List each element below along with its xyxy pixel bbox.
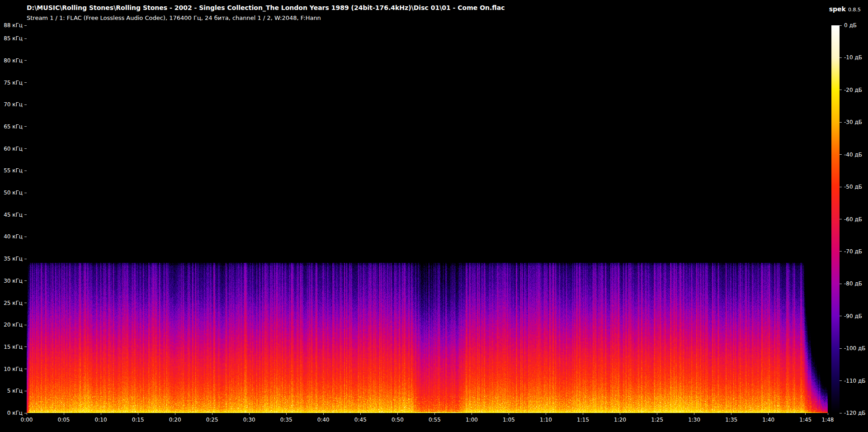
time-tick <box>546 413 546 415</box>
db-tick-label: -90 дБ <box>844 313 862 319</box>
time-tick <box>27 413 27 415</box>
time-tick-label: 0:05 <box>52 417 75 423</box>
time-tick <box>101 413 101 415</box>
time-tick-label: 1:25 <box>646 417 669 423</box>
freq-tick-label: 70 кГц <box>1 101 23 108</box>
freq-tick-label: 50 кГц <box>1 190 23 196</box>
freq-tick-label: 40 кГц <box>1 233 23 240</box>
time-tick-label: 0:20 <box>164 417 186 423</box>
freq-tick <box>24 25 27 26</box>
stream-info-line: Stream 1 / 1: FLAC (Free Lossless Audio … <box>27 14 321 21</box>
freq-tick <box>24 104 27 105</box>
time-tick-label: 1:45 <box>794 417 817 423</box>
frequency-axis: 88 кГц85 кГц80 кГц75 кГц70 кГц65 кГц60 к… <box>0 25 27 413</box>
time-tick <box>249 413 250 415</box>
time-tick-label: 0:40 <box>312 417 335 423</box>
db-tick-label: -110 дБ <box>844 378 866 384</box>
time-tick <box>434 413 435 415</box>
freq-tick-label: 10 кГц <box>1 366 23 372</box>
freq-tick-label: 85 кГц <box>1 35 23 42</box>
freq-tick <box>24 259 27 259</box>
time-tick <box>472 413 472 415</box>
db-tick <box>840 90 842 90</box>
time-tick-label: 0:30 <box>238 417 260 423</box>
freq-tick <box>24 325 27 325</box>
db-tick-label: -80 дБ <box>844 280 862 287</box>
db-tick <box>840 219 842 219</box>
time-tick <box>175 413 175 415</box>
db-tick <box>840 284 842 284</box>
db-tick <box>840 380 842 381</box>
time-tick <box>583 413 583 415</box>
time-tick-label: 1:15 <box>572 417 594 423</box>
time-tick <box>138 413 138 415</box>
freq-tick-label: 35 кГц <box>1 256 23 262</box>
time-tick <box>323 413 324 415</box>
freq-tick-label: 15 кГц <box>1 344 23 350</box>
db-tick <box>840 251 842 252</box>
time-axis: 0:000:050:100:150:200:250:300:350:400:45… <box>27 413 828 430</box>
db-tick-label: -50 дБ <box>844 184 862 190</box>
freq-tick <box>24 193 27 193</box>
freq-tick-label: 20 кГц <box>1 322 23 328</box>
freq-tick <box>24 303 27 303</box>
time-tick-label: 0:45 <box>349 417 372 423</box>
time-tick-label: 1:10 <box>535 417 557 423</box>
freq-tick-label: 45 кГц <box>1 212 23 218</box>
freq-tick <box>24 391 27 391</box>
db-tick-label: 0 дБ <box>844 22 857 28</box>
db-tick <box>840 413 842 413</box>
freq-tick <box>24 60 27 61</box>
time-tick <box>657 413 657 415</box>
time-tick <box>64 413 64 415</box>
time-tick <box>805 413 806 415</box>
db-tick-label: -60 дБ <box>844 216 862 223</box>
time-tick <box>360 413 361 415</box>
freq-tick <box>24 237 27 237</box>
time-tick-label: 1:40 <box>757 417 780 423</box>
db-tick <box>840 122 842 123</box>
time-tick <box>509 413 509 415</box>
time-tick-label: 0:10 <box>90 417 112 423</box>
db-tick-label: -120 дБ <box>844 410 866 416</box>
time-tick-label: 1:00 <box>460 417 483 423</box>
time-tick-label: 0:15 <box>127 417 149 423</box>
db-color-legend-bar <box>831 25 840 413</box>
app-brand: spek 0.8.5 <box>829 5 861 13</box>
app-version: 0.8.5 <box>848 7 861 13</box>
freq-tick <box>24 38 27 39</box>
db-tick-label: -100 дБ <box>844 345 866 351</box>
freq-tick-label: 80 кГц <box>1 57 23 64</box>
time-tick <box>731 413 731 415</box>
time-tick <box>286 413 287 415</box>
app-name: spek <box>829 5 846 13</box>
time-tick-label: 1:48 <box>816 417 839 423</box>
freq-tick <box>24 171 27 171</box>
freq-tick-label: 25 кГц <box>1 300 23 306</box>
time-tick <box>620 413 620 415</box>
spectrogram-canvas <box>27 25 828 413</box>
time-tick-label: 0:55 <box>423 417 446 423</box>
db-tick-label: -20 дБ <box>844 87 862 93</box>
freq-tick <box>24 369 27 369</box>
db-tick <box>840 348 842 349</box>
freq-tick <box>24 82 27 83</box>
freq-tick-label: 55 кГц <box>1 167 23 174</box>
time-tick <box>694 413 694 415</box>
db-tick <box>840 57 842 58</box>
db-tick-label: -40 дБ <box>844 152 862 158</box>
time-tick-label: 1:20 <box>609 417 632 423</box>
freq-tick-label: 5 кГц <box>1 388 23 394</box>
time-tick-label: 1:05 <box>497 417 520 423</box>
freq-tick-label: 60 кГц <box>1 146 23 152</box>
time-tick-label: 0:25 <box>201 417 223 423</box>
db-tick <box>840 187 842 187</box>
db-tick-label: -30 дБ <box>844 119 862 125</box>
freq-tick <box>24 214 27 215</box>
time-tick-label: 0:50 <box>386 417 409 423</box>
db-axis: 0 дБ-10 дБ-20 дБ-30 дБ-40 дБ-50 дБ-60 дБ… <box>840 25 868 413</box>
time-tick <box>828 413 828 415</box>
db-tick <box>840 25 842 26</box>
db-tick-label: -70 дБ <box>844 248 862 255</box>
freq-tick-label: 88 кГц <box>1 22 23 28</box>
